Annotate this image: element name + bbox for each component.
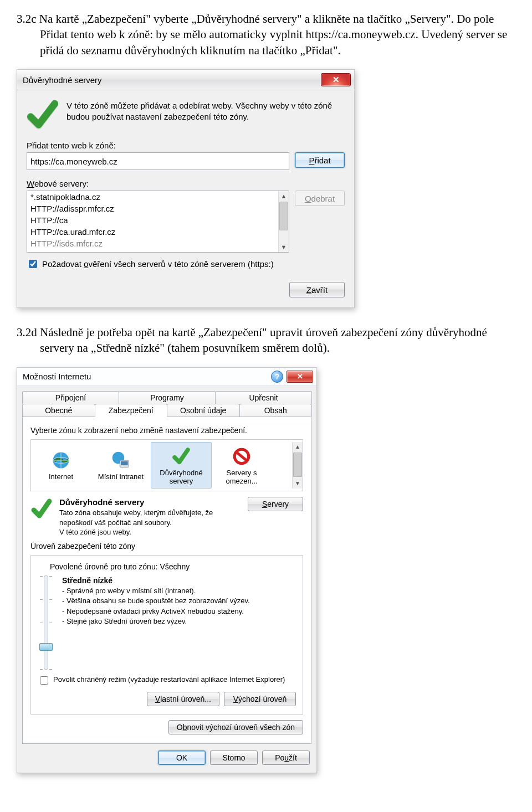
zone-trusted[interactable]: Důvěryhodné servery <box>151 442 212 489</box>
checkmark-icon <box>27 99 59 131</box>
scroll-up-icon[interactable]: ▲ <box>279 191 289 201</box>
add-button[interactable]: Přidat <box>295 152 345 168</box>
restricted-icon <box>231 445 253 467</box>
require-https-checkbox[interactable]: Požadovat ověření všech serverů v této z… <box>27 258 345 270</box>
scroll-down-icon[interactable]: ▼ <box>279 242 289 252</box>
level-section-label: Úroveň zabezpečení této zóny <box>30 542 303 551</box>
list-item[interactable]: HTTP://isds.mfcr.cz <box>27 238 289 249</box>
dialog-title: Možnosti Internetu <box>23 372 91 381</box>
scroll-up-icon[interactable]: ▲ <box>293 442 303 452</box>
titlebar[interactable]: Důvěryhodné servery ✕ <box>17 70 354 90</box>
close-button[interactable]: ✕ <box>321 73 351 86</box>
dialog-title: Důvěryhodné servery <box>23 75 102 85</box>
reset-all-zones-button[interactable]: Obnovit výchozí úroveň všech zón <box>168 720 303 734</box>
tab-privacy[interactable]: Osobní údaje <box>167 404 240 417</box>
security-panel: Vyberte zónu k zobrazení nebo změně nast… <box>22 417 311 744</box>
add-web-label: Přidat tento web k zóně: <box>27 141 345 150</box>
scroll-thumb[interactable] <box>279 202 288 230</box>
ok-button[interactable]: OK <box>158 751 206 765</box>
list-item[interactable]: *.statnipokladna.cz <box>27 191 289 203</box>
close-button[interactable]: ✕ <box>287 371 313 383</box>
protected-mode-checkbox[interactable]: Povolit chráněný režim (vyžaduje restart… <box>38 675 296 686</box>
default-level-button[interactable]: Výchozí úroveň <box>224 692 296 706</box>
checkbox-input[interactable] <box>29 260 37 268</box>
trusted-sites-dialog: Důvěryhodné servery ✕ V této zóně můžete… <box>17 69 355 308</box>
dialog-footer: OK Storno Použít <box>17 744 316 773</box>
tab-advanced[interactable]: Upřesnit <box>215 391 312 404</box>
security-slider[interactable] <box>38 575 54 670</box>
zone-internet[interactable]: Internet <box>31 442 91 489</box>
zone-restricted[interactable]: Servery s omezen... <box>212 442 272 489</box>
tab-content[interactable]: Obsah <box>239 404 313 417</box>
tab-security[interactable]: Zabezpečení <box>95 404 168 417</box>
level-box: Povolené úrovně pro tuto zónu: Všechny <box>30 555 303 715</box>
intranet-icon <box>110 449 132 471</box>
list-item[interactable]: HTTP://ca.urad.mfcr.cz <box>27 226 289 238</box>
servers-button[interactable]: Servery <box>248 497 303 511</box>
close-dialog-button[interactable]: Zavřít <box>289 282 345 297</box>
list-item[interactable]: HTTP://ca <box>27 214 289 226</box>
svg-rect-4 <box>121 461 128 465</box>
list-item[interactable]: HTTP://adisspr.mfcr.cz <box>27 203 289 214</box>
titlebar[interactable]: Možnosti Internetu ? ✕ <box>17 368 316 386</box>
scroll-down-icon[interactable]: ▼ <box>293 479 303 489</box>
tab-programs[interactable]: Programy <box>119 391 216 404</box>
servers-list-label: Webové servery: <box>27 179 345 188</box>
checkbox-label: Povolit chráněný režim (vyžaduje restart… <box>53 675 285 683</box>
help-icon[interactable]: ? <box>271 371 283 383</box>
scroll-thumb[interactable] <box>293 453 302 477</box>
checkbox-input[interactable] <box>40 676 48 685</box>
dialog-description: V této zóně můžete přidávat a odebírat w… <box>66 99 345 131</box>
cancel-button[interactable]: Storno <box>210 751 258 765</box>
tabs-bottom-row: Obecné Zabezpečení Osobní údaje Obsah <box>22 404 311 417</box>
checkmark-icon <box>170 445 192 467</box>
tabs-top-row: Připojení Programy Upřesnit <box>22 391 311 404</box>
instruction-3-2d: 3.2d Následně je potřeba opět na kartě „… <box>17 325 515 356</box>
slider-thumb[interactable] <box>39 643 53 651</box>
servers-listbox[interactable]: *.statnipokladna.cz HTTP://adisspr.mfcr.… <box>27 191 289 253</box>
remove-button: Odebrat <box>295 191 345 206</box>
custom-level-button[interactable]: Vlastní úroveň... <box>147 692 219 706</box>
apply-button[interactable]: Použít <box>262 751 310 765</box>
scrollbar[interactable]: ▲ ▼ <box>292 442 303 489</box>
tab-general[interactable]: Obecné <box>22 404 95 417</box>
add-web-input[interactable] <box>27 152 289 170</box>
internet-options-dialog: Možnosti Internetu ? ✕ Připojení Program… <box>17 367 317 773</box>
zone-strip[interactable]: Internet Místní intranet Důvěryhodné ser… <box>30 439 303 491</box>
select-zone-label: Vyberte zónu k zobrazení nebo změně nast… <box>30 426 303 435</box>
zone-intranet[interactable]: Místní intranet <box>91 442 151 489</box>
tab-connections[interactable]: Připojení <box>22 391 119 404</box>
globe-icon <box>50 449 72 471</box>
level-description: Středně nízké - Správné pro weby v místn… <box>62 575 296 670</box>
scrollbar[interactable]: ▲ ▼ <box>278 191 289 252</box>
checkbox-label: Požadovat ověření všech serverů v této z… <box>42 259 274 269</box>
allowed-levels-label: Povolené úrovně pro tuto zónu: Všechny <box>50 562 296 571</box>
checkmark-icon <box>30 497 54 537</box>
instruction-3-2c: 3.2c Na kartě „Zabezpečení" vyberte „Dův… <box>17 11 515 58</box>
zone-description: Důvěryhodné servery Tato zóna obsahuje w… <box>59 497 242 537</box>
